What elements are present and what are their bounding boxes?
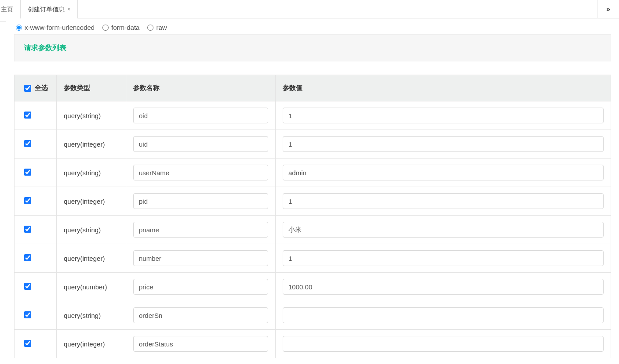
- param-name-input[interactable]: [133, 279, 268, 295]
- param-value-input[interactable]: [283, 279, 604, 295]
- param-type-label: query(integer): [64, 255, 105, 262]
- close-icon[interactable]: ×: [67, 0, 70, 18]
- param-type-label: query(integer): [64, 141, 105, 148]
- cell-checkbox: [15, 101, 57, 130]
- params-table-container: 全选 参数类型 参数名称 参数值 query(string)query(inte…: [14, 75, 611, 358]
- cell-param-name: [126, 187, 276, 216]
- row-checkbox[interactable]: [24, 169, 31, 176]
- param-name-input[interactable]: [133, 250, 268, 266]
- cell-param-value: [276, 244, 611, 273]
- param-type-label: query(number): [64, 283, 107, 291]
- radio-urlencoded[interactable]: [16, 25, 22, 31]
- param-value-input[interactable]: [283, 336, 604, 352]
- cell-param-type: query(integer): [57, 130, 126, 159]
- radio-formdata[interactable]: [102, 25, 109, 31]
- th-select-all: 全选: [15, 75, 57, 101]
- cell-param-name: [126, 330, 276, 358]
- cell-param-name: [126, 273, 276, 301]
- param-type-label: query(string): [64, 226, 101, 234]
- param-name-input[interactable]: [133, 307, 268, 323]
- body-type-selector: x-www-form-urlencoded form-data raw: [6, 18, 619, 34]
- row-checkbox[interactable]: [24, 112, 31, 119]
- cell-param-value: [276, 130, 611, 159]
- section-header: 请求参数列表: [14, 34, 611, 61]
- param-name-input[interactable]: [133, 193, 268, 209]
- tab-create-order-label: 创建订单信息: [28, 0, 65, 18]
- param-value-input[interactable]: [283, 250, 604, 266]
- param-type-label: query(string): [64, 312, 101, 319]
- body-type-raw-label: raw: [156, 24, 167, 31]
- double-chevron-right-icon: »: [606, 5, 610, 13]
- param-name-input[interactable]: [133, 336, 268, 352]
- table-row: query(number): [15, 273, 611, 301]
- param-value-input[interactable]: [283, 108, 604, 123]
- param-value-input[interactable]: [283, 307, 604, 323]
- cell-checkbox: [15, 301, 57, 330]
- th-param-value: 参数值: [276, 75, 611, 101]
- cell-param-name: [126, 301, 276, 330]
- param-name-input[interactable]: [133, 136, 268, 152]
- row-checkbox[interactable]: [24, 226, 31, 233]
- table-row: query(integer): [15, 187, 611, 216]
- th-param-type: 参数类型: [57, 75, 126, 101]
- param-type-label: query(string): [64, 169, 101, 177]
- cell-param-value: [276, 216, 611, 244]
- cell-checkbox: [15, 216, 57, 244]
- param-value-input[interactable]: [283, 193, 604, 209]
- row-checkbox[interactable]: [24, 254, 31, 261]
- param-name-input[interactable]: [133, 108, 268, 123]
- row-checkbox[interactable]: [24, 197, 31, 204]
- param-value-input[interactable]: [283, 165, 604, 180]
- cell-param-type: query(integer): [57, 187, 126, 216]
- body-type-formdata[interactable]: form-data: [102, 24, 139, 31]
- table-row: query(integer): [15, 130, 611, 159]
- cell-checkbox: [15, 159, 57, 187]
- row-checkbox[interactable]: [24, 140, 31, 147]
- tab-bar: 主页 创建订单信息 × »: [0, 0, 619, 18]
- table-header-row: 全选 参数类型 参数名称 参数值: [15, 75, 611, 101]
- table-row: query(string): [15, 216, 611, 244]
- body-type-urlencoded[interactable]: x-www-form-urlencoded: [16, 24, 95, 31]
- table-row: query(integer): [15, 244, 611, 273]
- param-type-label: query(string): [64, 112, 101, 119]
- cell-checkbox: [15, 130, 57, 159]
- divider: [0, 21, 6, 22]
- table-row: query(integer): [15, 330, 611, 358]
- cell-param-name: [126, 101, 276, 130]
- cell-param-name: [126, 159, 276, 187]
- table-row: query(string): [15, 159, 611, 187]
- cell-param-value: [276, 301, 611, 330]
- param-name-input[interactable]: [133, 222, 268, 238]
- radio-raw[interactable]: [147, 25, 153, 31]
- body-type-urlencoded-label: x-www-form-urlencoded: [25, 24, 95, 31]
- table-row: query(string): [15, 301, 611, 330]
- cell-param-type: query(string): [57, 101, 126, 130]
- cell-checkbox: [15, 244, 57, 273]
- select-all-checkbox[interactable]: [24, 85, 31, 92]
- param-value-input[interactable]: [283, 136, 604, 152]
- param-name-input[interactable]: [133, 165, 268, 180]
- param-type-label: query(integer): [64, 198, 105, 205]
- table-row: query(string): [15, 101, 611, 130]
- tab-create-order[interactable]: 创建订单信息 ×: [21, 0, 78, 18]
- cell-param-type: query(string): [57, 301, 126, 330]
- expand-tabs-button[interactable]: »: [597, 0, 619, 18]
- select-all-label: 全选: [35, 84, 48, 92]
- row-checkbox[interactable]: [24, 311, 31, 318]
- cell-param-type: query(string): [57, 216, 126, 244]
- cell-param-type: query(integer): [57, 330, 126, 358]
- cell-param-value: [276, 330, 611, 358]
- body-type-raw[interactable]: raw: [147, 24, 167, 31]
- cell-checkbox: [15, 273, 57, 301]
- param-value-input[interactable]: [283, 222, 604, 238]
- cell-param-name: [126, 130, 276, 159]
- row-checkbox[interactable]: [24, 283, 31, 290]
- cell-param-name: [126, 244, 276, 273]
- row-checkbox[interactable]: [24, 340, 31, 347]
- tab-home-label: 主页: [1, 0, 13, 18]
- th-param-name: 参数名称: [126, 75, 276, 101]
- cell-checkbox: [15, 330, 57, 358]
- section-title: 请求参数列表: [24, 44, 66, 51]
- tab-home[interactable]: 主页: [0, 0, 21, 18]
- cell-param-value: [276, 187, 611, 216]
